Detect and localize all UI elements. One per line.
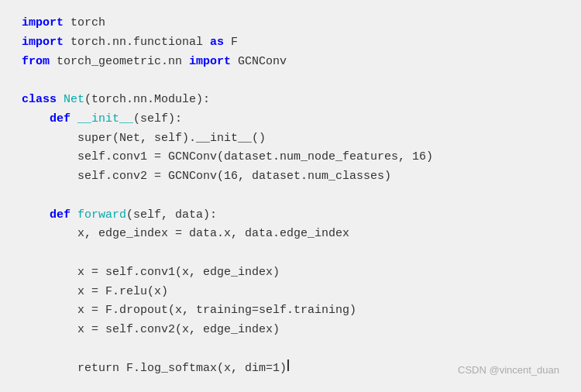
code-line-18: [22, 340, 567, 359]
func-name-init: __init__: [77, 110, 133, 129]
keyword-as: as: [210, 33, 224, 53]
keyword-def-2: def: [50, 206, 70, 225]
code-line-16: x = F.dropout(x, training=self.training): [22, 301, 567, 321]
keyword-import-2: import: [22, 33, 64, 53]
code-line-15: x = F.relu(x): [22, 283, 567, 302]
code-line-14: x = self.conv1(x, edge_index): [22, 263, 567, 283]
code-line-17: x = self.conv2(x, edge_index): [22, 321, 567, 340]
code-line-12: x, edge_index = data.x, data.edge_index: [22, 225, 567, 244]
keyword-def-1: def: [50, 110, 70, 129]
code-line-6: def __init__(self):: [22, 110, 567, 129]
code-line-13: [22, 244, 567, 263]
code-line-5: class Net(torch.nn.Module):: [22, 91, 567, 110]
code-line-1: import torch: [22, 14, 567, 33]
keyword-class: class: [22, 91, 57, 110]
watermark: CSDN @vincent_duan: [458, 362, 559, 378]
keyword-from: from: [22, 53, 50, 72]
class-name-net: Net: [64, 91, 84, 110]
text-cursor: [287, 359, 289, 371]
code-line-8: self.conv1 = GCNConv(dataset.num_node_fe…: [22, 148, 567, 167]
func-name-forward: forward: [77, 206, 126, 225]
code-block: import torch import torch.nn.functional …: [0, 0, 581, 392]
code-line-3: from torch_geometric.nn import GCNConv: [22, 53, 567, 72]
code-line-11: def forward(self, data):: [22, 206, 567, 225]
code-line-4: [22, 71, 567, 91]
code-line-10: [22, 187, 567, 206]
code-line-7: super(Net, self).__init__(): [22, 129, 567, 149]
code-line-9: self.conv2 = GCNConv(16, dataset.num_cla…: [22, 167, 567, 187]
keyword-import-3: import: [189, 53, 231, 72]
code-line-2: import torch.nn.functional as F: [22, 33, 567, 53]
keyword-import-1: import: [22, 14, 64, 33]
